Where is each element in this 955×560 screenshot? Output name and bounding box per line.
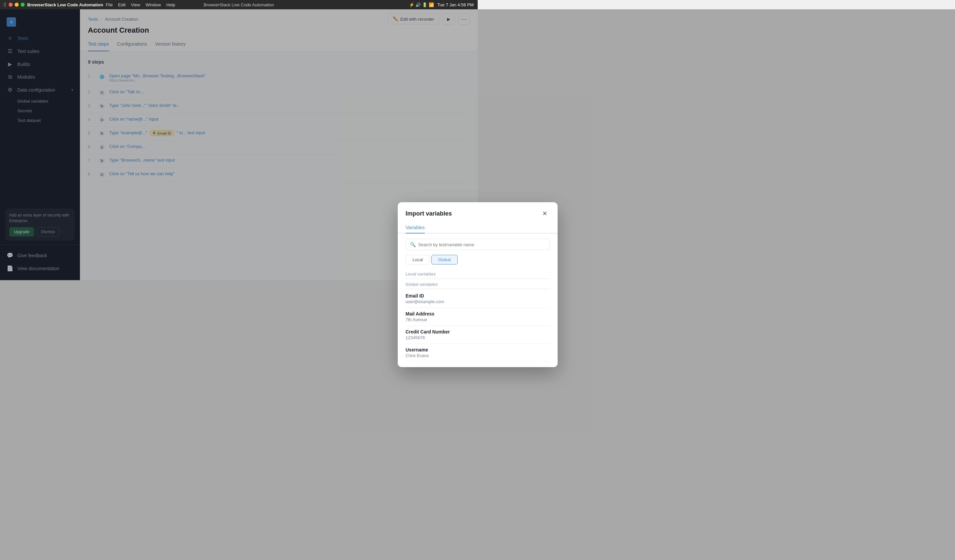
local-variables-group-header: Local variables [406,269,478,279]
menu-edit[interactable]: Edit [118,2,125,7]
scope-global-button[interactable]: Global [431,255,458,264]
menu-bar: File Edit View Window Help [106,2,175,7]
modal-header: Import variables ✕ [398,202,478,218]
modal-tabs: Variables [398,218,478,233]
scope-buttons: Local Global [406,255,478,264]
modal-title: Import variables [406,210,452,217]
modal-tab-variables[interactable]: Variables [406,222,425,233]
modal-body: 🔍 Local Global Local variables Global va… [398,233,478,280]
menu-file[interactable]: File [106,2,113,7]
global-variables-group-header: Global variables [406,280,478,280]
mac-titlebar:  BrowserStack Low Code Automation File … [0,0,478,9]
menu-view[interactable]: View [131,2,140,7]
search-input[interactable] [418,242,478,247]
close-window-button[interactable] [9,3,13,7]
search-box: 🔍 [406,239,478,250]
system-icons: ⚡ 🔊 🔋 📶 [409,2,434,7]
import-variables-modal: Import variables ✕ Variables 🔍 Local Glo… [398,202,478,280]
scope-local-button[interactable]: Local [406,255,430,264]
clock: Tue 7 Jan 4:56 PM [437,2,474,7]
maximize-window-button[interactable] [20,3,25,7]
apple-menu[interactable]:  [4,2,6,8]
menu-help[interactable]: Help [166,2,175,7]
minimize-window-button[interactable] [15,3,19,7]
menu-window[interactable]: Window [146,2,161,7]
modal-overlay: Import variables ✕ Variables 🔍 Local Glo… [0,9,478,280]
search-icon: 🔍 [410,242,416,247]
app-name-label: BrowserStack Low Code Automation [27,2,103,7]
window-title: BrowserStack Low Code Automation [204,2,274,7]
